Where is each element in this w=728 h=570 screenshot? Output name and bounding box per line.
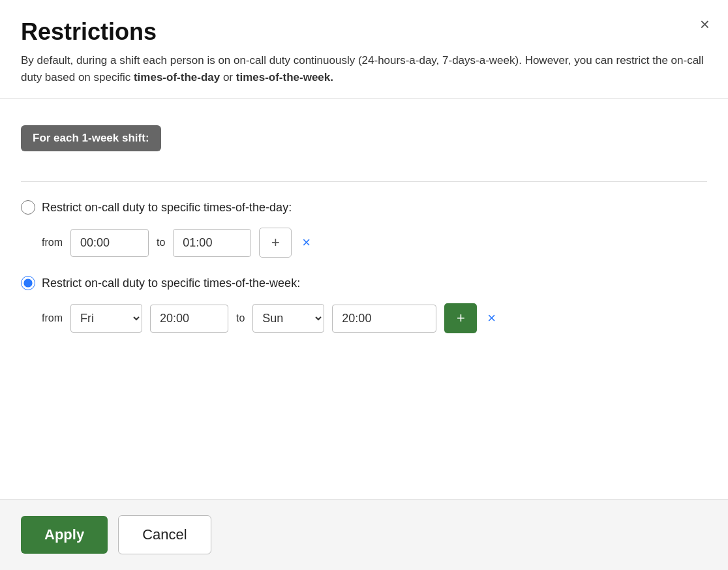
day-remove-button[interactable]: × xyxy=(299,234,313,251)
week-from-day-select[interactable]: Mon Tue Wed Thu Fri Sat Sun xyxy=(70,304,142,333)
description-bold-1: times-of-the-day xyxy=(134,71,220,83)
restriction-day-row: Restrict on-call duty to specific times-… xyxy=(21,200,707,258)
cancel-button[interactable]: Cancel xyxy=(118,515,211,554)
modal-description: By default, during a shift each person i… xyxy=(21,52,707,85)
day-remove-icon: × xyxy=(302,234,311,250)
description-bold-2: times-of-the-week. xyxy=(236,71,333,83)
day-add-button[interactable]: + xyxy=(259,228,292,258)
divider-1 xyxy=(21,181,707,182)
radio-restrict-day[interactable] xyxy=(21,200,35,215)
week-remove-icon: × xyxy=(487,310,496,326)
restriction-week-row: Restrict on-call duty to specific times-… xyxy=(21,276,707,333)
day-add-icon: + xyxy=(271,234,280,251)
modal-header: Restrictions By default, during a shift … xyxy=(0,0,728,99)
modal-title: Restrictions xyxy=(21,18,707,46)
week-to-day-select[interactable]: Mon Tue Wed Thu Fri Sat Sun xyxy=(252,304,324,333)
restriction-day-label-row: Restrict on-call duty to specific times-… xyxy=(21,200,707,215)
apply-button[interactable]: Apply xyxy=(21,516,108,554)
description-text-2: or xyxy=(220,71,236,83)
restriction-week-label[interactable]: Restrict on-call duty to specific times-… xyxy=(42,277,300,290)
week-time-row: from Mon Tue Wed Thu Fri Sat Sun to Mon … xyxy=(42,303,707,333)
restrictions-modal: Restrictions By default, during a shift … xyxy=(0,0,728,570)
modal-body: For each 1-week shift: Restrict on-call … xyxy=(0,99,728,499)
restriction-day-label[interactable]: Restrict on-call duty to specific times-… xyxy=(42,201,292,215)
week-from-label: from xyxy=(42,312,63,324)
radio-restrict-week[interactable] xyxy=(21,276,35,290)
day-time-row: from to + × xyxy=(42,228,707,258)
restriction-week-label-row: Restrict on-call duty to specific times-… xyxy=(21,276,707,290)
shift-badge: For each 1-week shift: xyxy=(21,125,161,151)
week-remove-button[interactable]: × xyxy=(485,310,498,327)
modal-footer: Apply Cancel xyxy=(0,499,728,570)
day-to-input[interactable] xyxy=(173,229,251,257)
close-button[interactable]: × xyxy=(700,16,710,33)
day-from-label: from xyxy=(42,237,63,248)
day-to-label: to xyxy=(157,237,165,248)
description-text-1: By default, during a shift each person i… xyxy=(21,54,704,83)
day-from-input[interactable] xyxy=(70,229,149,257)
week-add-button[interactable]: + xyxy=(444,303,477,333)
week-to-label: to xyxy=(236,312,245,324)
week-to-time-input[interactable] xyxy=(332,305,436,333)
week-add-icon: + xyxy=(457,310,465,327)
week-from-time-input[interactable] xyxy=(150,305,228,333)
